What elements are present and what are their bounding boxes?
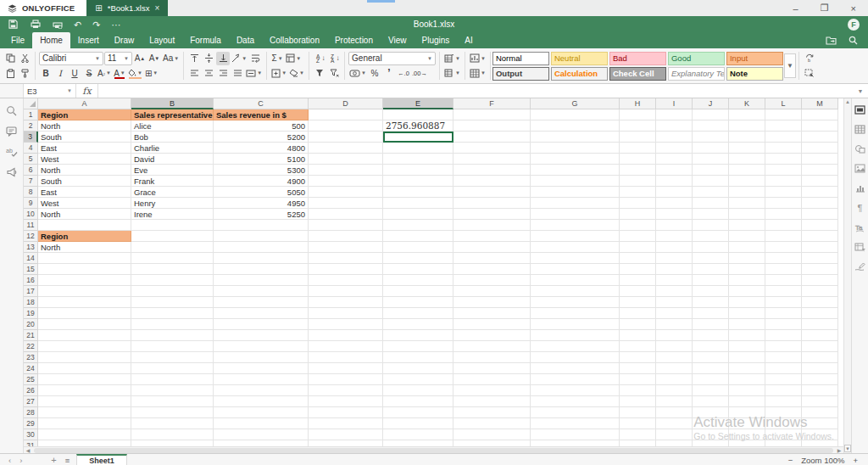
menu-item-view[interactable]: View [381,32,415,48]
cell-K23[interactable] [729,352,765,363]
clear-icon[interactable]: ▼ [288,66,305,80]
cell-K14[interactable] [729,253,765,264]
cell-I14[interactable] [656,253,693,264]
cell-J14[interactable] [693,253,729,264]
table-settings-icon[interactable] [854,125,865,134]
cell-L1[interactable] [765,109,802,120]
cell-L20[interactable] [765,319,802,330]
cell-H21[interactable] [620,330,656,341]
cell-K7[interactable] [729,176,765,187]
cell-E19[interactable] [383,308,453,319]
cell-C30[interactable] [214,429,309,440]
cell-B18[interactable] [131,297,214,308]
paragraph-settings-icon[interactable]: ¶ [858,203,863,213]
column-header-D[interactable]: D [309,98,383,109]
cell-D4[interactable] [309,143,383,154]
cell-E18[interactable] [383,297,453,308]
decrease-decimal-icon[interactable]: ←.0 [397,66,410,80]
cell-J4[interactable] [693,143,729,154]
document-tab[interactable]: ⊞ *Book1.xlsx × [86,0,168,16]
row-header-14[interactable]: 14 [24,253,38,264]
column-header-M[interactable]: M [802,98,838,109]
cell-H22[interactable] [620,341,656,352]
cell-G8[interactable] [531,187,620,198]
cell-C31[interactable] [214,440,309,446]
cell-F9[interactable] [453,198,531,209]
column-header-A[interactable]: A [38,98,131,109]
row-header-6[interactable]: 6 [24,165,38,176]
cell-B15[interactable] [131,264,214,275]
copy-icon[interactable] [3,52,17,65]
cell-J24[interactable] [693,363,729,374]
cell-style-check-cell[interactable]: Check Cell [609,67,666,81]
cell-F26[interactable] [453,385,531,396]
cell-C8[interactable]: 5050 [214,187,309,198]
cell-L7[interactable] [765,176,802,187]
cell-H30[interactable] [620,429,656,440]
cell-I28[interactable] [656,407,693,418]
cell-F14[interactable] [453,253,531,264]
cell-D30[interactable] [309,429,383,440]
fill-color-icon[interactable]: ▼ [127,66,143,80]
cell-H10[interactable] [620,209,656,220]
cell-F6[interactable] [453,165,531,176]
cell-I25[interactable] [656,374,693,385]
cell-E30[interactable] [383,429,453,440]
cell-I20[interactable] [656,319,693,330]
cell-F17[interactable] [453,286,531,297]
cell-K11[interactable] [729,220,765,231]
cell-L6[interactable] [765,165,802,176]
italic-icon[interactable]: I [53,66,67,80]
cell-K16[interactable] [729,275,765,286]
cell-H3[interactable] [620,132,656,143]
row-header-23[interactable]: 23 [24,352,38,363]
cell-L31[interactable] [765,440,802,446]
cell-J17[interactable] [693,286,729,297]
cell-B28[interactable] [131,407,214,418]
cell-A21[interactable] [38,330,131,341]
cell-A9[interactable]: West [38,198,131,209]
column-header-H[interactable]: H [620,98,656,109]
cell-H18[interactable] [620,297,656,308]
cell-I30[interactable] [656,429,693,440]
cell-F21[interactable] [453,330,531,341]
cell-F16[interactable] [453,275,531,286]
cell-E25[interactable] [383,374,453,385]
cell-J8[interactable] [693,187,729,198]
cell-I10[interactable] [656,209,693,220]
formula-input[interactable] [98,84,853,98]
cell-D1[interactable] [309,109,383,120]
cell-H12[interactable] [620,231,656,242]
cell-style-output[interactable]: Output [492,67,549,81]
cell-M10[interactable] [802,209,838,220]
cell-G31[interactable] [531,440,620,446]
wrap-text-icon[interactable] [248,52,262,65]
cell-D23[interactable] [309,352,383,363]
cell-H28[interactable] [620,407,656,418]
cell-L5[interactable] [765,154,802,165]
cell-F18[interactable] [453,297,531,308]
cell-L26[interactable] [765,385,802,396]
cell-M12[interactable] [802,231,838,242]
copy-style-icon[interactable] [18,66,31,80]
menu-item-layout[interactable]: Layout [142,32,182,48]
column-header-C[interactable]: C [214,98,309,109]
row-header-29[interactable]: 29 [24,418,38,429]
cell-C6[interactable]: 5300 [214,165,309,176]
cell-L23[interactable] [765,352,802,363]
cell-D19[interactable] [309,308,383,319]
cell-B16[interactable] [131,275,214,286]
row-header-2[interactable]: 2 [24,120,38,132]
cell-J16[interactable] [693,275,729,286]
cell-A19[interactable] [38,308,131,319]
align-middle-icon[interactable] [202,52,215,65]
row-header-22[interactable]: 22 [24,341,38,352]
cell-K24[interactable] [729,363,765,374]
cell-C22[interactable] [214,341,309,352]
menu-item-formula[interactable]: Formula [182,32,229,48]
cell-C19[interactable] [214,308,309,319]
cell-E6[interactable] [383,165,453,176]
menu-item-protection[interactable]: Protection [327,32,381,48]
cell-G22[interactable] [531,341,620,352]
tab-close-icon[interactable]: × [154,3,159,13]
